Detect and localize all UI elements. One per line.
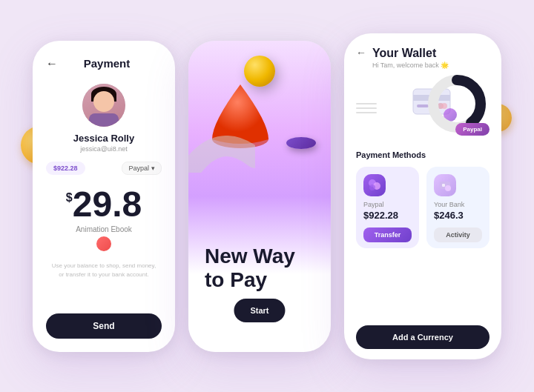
- product-icon: [96, 236, 111, 251]
- svg-point-10: [369, 185, 375, 190]
- phone-promo-shapes: [188, 41, 331, 243]
- chart-labels: [356, 103, 377, 113]
- wallet-back-icon[interactable]: ←: [356, 47, 366, 59]
- payment-method-label: Paypal: [128, 165, 149, 172]
- method-card-paypal: Paypal $922.28 Transfer: [356, 167, 419, 248]
- wallet-title: Your Wallet: [372, 47, 490, 60]
- methods-grid: Paypal $922.28 Transfer Your Bank $246.3…: [356, 167, 490, 248]
- start-button[interactable]: Start: [234, 299, 285, 322]
- method-card-bank: Your Bank $246.3 Activity: [426, 167, 490, 248]
- promo-headline: New Way to Pay: [205, 245, 314, 292]
- chevron-down-icon: ▾: [151, 165, 155, 172]
- balance-badge: $922.28: [46, 162, 85, 175]
- dollar-sign: $: [66, 191, 73, 205]
- bank-amount: $246.3: [434, 210, 482, 221]
- payment-methods-title: Payment Methods: [356, 150, 490, 159]
- bank-label: Your Bank: [434, 201, 482, 208]
- headline-line2: to Pay: [205, 268, 267, 291]
- phone-payment-header: ← Payment: [46, 57, 162, 70]
- info-text: Use your balance to shop, send money, or…: [46, 262, 162, 279]
- activity-button[interactable]: Activity: [434, 227, 482, 242]
- promo-text: New Way to Pay: [188, 245, 331, 292]
- scene: ← Payment Jessica Rolly jessica@ui8.net …: [0, 0, 534, 392]
- avatar-body: [89, 113, 119, 127]
- chart-label-line: [356, 103, 377, 104]
- payment-method-select[interactable]: Paypal ▾: [122, 162, 162, 175]
- payment-title: Payment: [64, 57, 150, 70]
- paypal-tag: Paypal: [455, 123, 490, 136]
- phone-promo: New Way to Pay Start: [188, 41, 331, 352]
- back-arrow-icon[interactable]: ←: [46, 57, 58, 70]
- paypal-amount: $922.28: [363, 210, 412, 221]
- send-button[interactable]: Send: [46, 313, 162, 339]
- phone-payment: ← Payment Jessica Rolly jessica@ui8.net …: [33, 41, 175, 352]
- avatar-face: [93, 91, 114, 112]
- chart-area: Paypal: [356, 75, 490, 142]
- paypal-label: Paypal: [363, 201, 412, 208]
- bank-icon: [434, 174, 456, 196]
- wallet-title-block: Your Wallet Hi Tam, welcome back 🌟: [372, 47, 490, 69]
- add-currency-button[interactable]: Add a Currency: [356, 325, 490, 349]
- transfer-button[interactable]: Transfer: [363, 227, 412, 242]
- wallet-subtitle: Hi Tam, welcome back 🌟: [372, 62, 490, 69]
- headline-line1: New Way: [205, 245, 295, 268]
- avatar: [82, 84, 125, 127]
- svg-rect-12: [442, 184, 445, 187]
- amount-display: $ 29.8: [66, 187, 142, 222]
- user-email: jessica@ui8.net: [80, 145, 128, 153]
- chart-label-line: [356, 107, 377, 109]
- balance-row: $922.28 Paypal ▾: [46, 162, 162, 175]
- paypal-icon: [363, 174, 386, 196]
- wallet-header: ← Your Wallet Hi Tam, welcome back 🌟: [356, 47, 490, 69]
- amount-value: 29.8: [73, 187, 142, 222]
- chart-label-line: [356, 112, 377, 113]
- phone-wallet: ← Your Wallet Hi Tam, welcome back 🌟: [344, 33, 501, 359]
- user-name: Jessica Rolly: [73, 133, 134, 144]
- disk-shape: [286, 137, 316, 149]
- svg-point-13: [445, 185, 451, 191]
- arc-shape: [188, 136, 255, 173]
- product-name: Animation Ebook: [76, 225, 132, 233]
